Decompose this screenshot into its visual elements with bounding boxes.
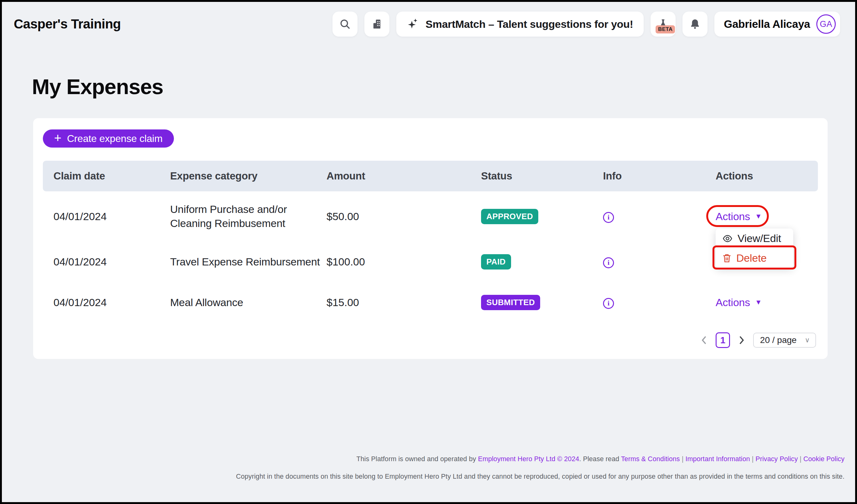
- table-header-row: Claim date Expense category Amount Statu…: [43, 161, 818, 191]
- expense-category-value: Uniform Purchase and/or Cleaning Reimbus…: [170, 202, 320, 230]
- building-icon: [371, 18, 383, 30]
- smartmatch-banner-button[interactable]: SmartMatch – Talent suggestions for you!: [396, 12, 644, 37]
- info-icon[interactable]: i: [603, 257, 614, 268]
- search-icon: [339, 18, 351, 30]
- topbar: Casper's Training: [2, 2, 855, 46]
- actions-label: Actions: [716, 210, 750, 223]
- menu-item-view-edit[interactable]: View/Edit: [716, 229, 793, 248]
- table-row: 04/01/2024 Meal Allowance $15.00 SUBMITT…: [43, 282, 818, 323]
- pagination: 1 20 / page ∨: [43, 331, 818, 350]
- column-header-actions: Actions: [716, 170, 818, 182]
- delete-label: Delete: [736, 252, 767, 264]
- status-badge: PAID: [481, 254, 511, 270]
- amount-value: $15.00: [326, 296, 481, 309]
- page-number-button[interactable]: 1: [716, 332, 730, 348]
- footer-link-privacy-policy[interactable]: Privacy Policy: [756, 455, 798, 463]
- org-logo-text[interactable]: Casper's Training: [14, 17, 121, 32]
- sparkles-icon: [407, 18, 420, 31]
- footer-link-terms[interactable]: Terms & Conditions: [621, 455, 680, 463]
- footer-separator: |: [798, 455, 804, 463]
- footer-link-employment-hero[interactable]: Employment Hero Pty Ltd © 2024: [478, 455, 579, 463]
- organisation-button[interactable]: [364, 12, 389, 37]
- eye-icon: [723, 235, 733, 242]
- user-name: Gabriella Alicaya: [724, 18, 810, 30]
- search-button[interactable]: [333, 12, 357, 37]
- beta-features-button[interactable]: BETA: [651, 12, 676, 37]
- footer-legal-line: This Platform is owned and operated by E…: [2, 455, 844, 463]
- actions-dropdown-menu: View/Edit Delete: [716, 229, 793, 268]
- info-icon[interactable]: i: [603, 298, 614, 309]
- status-badge: SUBMITTED: [481, 295, 540, 310]
- expense-category-value: Travel Expense Reimbursement: [170, 255, 320, 269]
- page-size-select[interactable]: 20 / page ∨: [753, 333, 816, 348]
- previous-page-button[interactable]: [701, 335, 707, 345]
- chevron-down-icon: ▼: [755, 298, 762, 307]
- footer-link-cookie-policy[interactable]: Cookie Policy: [803, 455, 844, 463]
- claim-date-value: 04/01/2024: [43, 210, 170, 223]
- actions-dropdown-trigger[interactable]: Actions ▼: [716, 296, 762, 309]
- bell-icon: [689, 18, 701, 30]
- expense-category-value: Meal Allowance: [170, 295, 320, 310]
- column-header-info: Info: [603, 170, 716, 182]
- table-row: 04/01/2024 Travel Expense Reimbursement …: [43, 241, 818, 282]
- footer-mid: . Please read: [579, 455, 621, 463]
- menu-item-delete[interactable]: Delete: [716, 248, 793, 268]
- smartmatch-label: SmartMatch – Talent suggestions for you!: [426, 18, 633, 30]
- claim-date-value: 04/01/2024: [43, 256, 170, 268]
- trash-icon: [723, 254, 731, 263]
- beta-badge: BETA: [656, 25, 675, 33]
- create-expense-claim-label: Create expense claim: [67, 133, 163, 144]
- footer-separator: |: [680, 455, 686, 463]
- chevron-down-icon: ∨: [805, 336, 810, 344]
- claim-date-value: 04/01/2024: [43, 296, 170, 309]
- user-avatar: GA: [816, 14, 836, 34]
- create-expense-claim-button[interactable]: + Create expense claim: [43, 129, 174, 147]
- info-icon[interactable]: i: [603, 212, 614, 223]
- column-header-amount: Amount: [326, 170, 481, 182]
- table-row: 04/01/2024 Uniform Purchase and/or Clean…: [43, 191, 818, 241]
- column-header-expense-category: Expense category: [170, 170, 326, 182]
- topbar-actions: SmartMatch – Talent suggestions for you!…: [333, 12, 840, 37]
- view-edit-label: View/Edit: [738, 232, 781, 244]
- amount-value: $100.00: [326, 256, 481, 268]
- user-menu-button[interactable]: Gabriella Alicaya GA: [715, 12, 840, 37]
- page-size-value: 20 / page: [760, 335, 796, 345]
- chevron-down-icon: ▼: [755, 212, 762, 221]
- footer: This Platform is owned and operated by E…: [2, 455, 855, 481]
- page-title: My Expenses: [32, 74, 855, 99]
- expenses-table: Claim date Expense category Amount Statu…: [43, 161, 818, 323]
- footer-prefix: This Platform is owned and operated by: [356, 455, 478, 463]
- plus-icon: +: [54, 132, 61, 144]
- amount-value: $50.00: [326, 210, 481, 223]
- footer-copyright-line: Copyright in the documents on this site …: [2, 473, 844, 481]
- column-header-claim-date: Claim date: [43, 170, 170, 182]
- footer-link-important-information[interactable]: Important Information: [685, 455, 750, 463]
- expenses-card: + Create expense claim Claim date Expens…: [33, 118, 828, 359]
- app-window: { "app": { "name": "Casper's Training" }…: [0, 0, 857, 504]
- status-badge: APPROVED: [481, 209, 538, 224]
- actions-dropdown-trigger[interactable]: Actions ▼: [716, 210, 762, 223]
- actions-label: Actions: [716, 296, 750, 309]
- next-page-button[interactable]: [738, 335, 745, 345]
- column-header-status: Status: [481, 170, 603, 182]
- notifications-button[interactable]: [683, 12, 707, 37]
- footer-separator: |: [750, 455, 756, 463]
